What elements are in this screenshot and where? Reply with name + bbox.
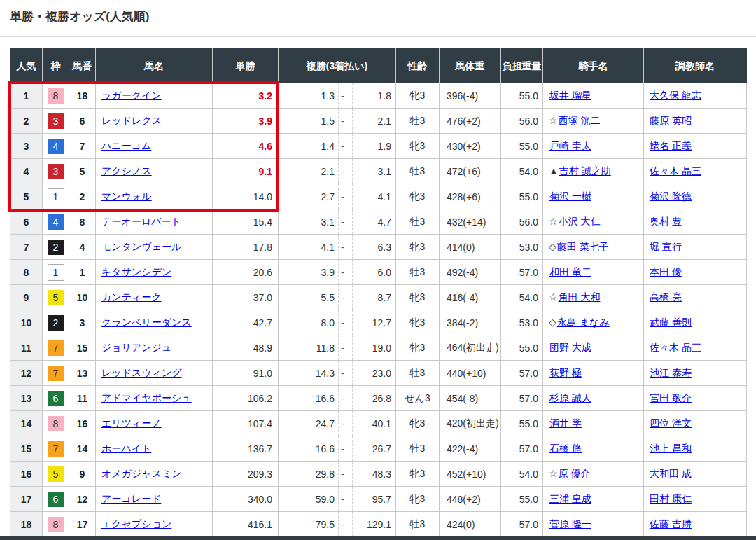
place-odds-separator: -: [338, 184, 353, 209]
jockey-link[interactable]: 杉原 誠人: [550, 392, 592, 403]
header-jockey: 騎手名: [543, 48, 644, 83]
trainer-link[interactable]: 堀 宣行: [650, 241, 682, 252]
horse-name-link[interactable]: ラガークイン: [102, 90, 162, 101]
horse-name-link[interactable]: カンティーク: [102, 291, 162, 303]
jockey-link[interactable]: 西塚 洸二: [559, 115, 601, 126]
trainer-link[interactable]: 佐々木 晶三: [650, 342, 701, 353]
horse-name-link[interactable]: レッドスウィング: [102, 367, 182, 378]
bottom-bar: [0, 536, 756, 540]
jockey-link[interactable]: 藤田 菜七子: [557, 241, 609, 252]
horse-name-link[interactable]: ホーハイト: [102, 443, 151, 454]
trainer-cell: 佐藤 吉勝: [644, 512, 747, 537]
trainer-link[interactable]: 菊沢 隆徳: [650, 191, 692, 202]
impost-cell: 57.0: [501, 436, 543, 462]
frame-badge: 8: [48, 416, 64, 431]
jockey-link[interactable]: 戸崎 圭太: [550, 140, 592, 151]
horse-name-link[interactable]: テーオーロバート: [102, 216, 181, 227]
trainer-link[interactable]: 田村 康仁: [650, 493, 692, 504]
impost-cell: 55.0: [501, 487, 543, 512]
horse-name-link[interactable]: アドマイヤポーシュ: [102, 392, 192, 403]
horse-name-cell: ジョリアンジュ: [96, 335, 213, 361]
table-row: 5 1 2 マンウォル 14.0 2.7 - 4.1 牝3 428(+6) 55…: [10, 184, 747, 209]
horse-name-cell: ホーハイト: [96, 436, 213, 462]
trainer-link[interactable]: 藤原 英昭: [650, 115, 692, 126]
jockey-apprentice-mark: ▲: [549, 165, 559, 176]
trainer-link[interactable]: 奥村 豊: [650, 216, 682, 227]
rank-cell: 13: [10, 386, 43, 411]
horse-name-link[interactable]: ジョリアンジュ: [102, 342, 172, 353]
place-odds-cell: 11.8 - 19.0: [279, 335, 396, 361]
rank-cell: 10: [10, 310, 43, 335]
horse-name-link[interactable]: クランベリーダンス: [102, 317, 192, 328]
trainer-link[interactable]: 池江 泰寿: [650, 367, 692, 378]
trainer-cell: 池江 泰寿: [644, 361, 747, 386]
jockey-link[interactable]: 菊沢 一樹: [550, 191, 592, 202]
place-odds-low: 16.6: [279, 443, 338, 455]
horse-name-link[interactable]: ハニーコム: [102, 140, 151, 151]
jockey-cell: ◇永島 まなみ: [543, 310, 644, 335]
horse-name-link[interactable]: エクセプション: [102, 518, 172, 529]
trainer-link[interactable]: 大久保 龍志: [650, 90, 701, 101]
jockey-link[interactable]: 角田 大和: [559, 291, 601, 303]
sex-age-cell: 牡3: [396, 109, 440, 134]
rank-cell: 9: [10, 285, 43, 310]
trainer-cell: 宮田 敬介: [644, 386, 747, 411]
header-sex-age: 性齢: [396, 48, 440, 83]
horse-name-link[interactable]: モンタンヴェール: [102, 241, 181, 252]
horse-name-link[interactable]: キタサンシデン: [102, 266, 172, 277]
trainer-link[interactable]: 武藤 善則: [650, 317, 692, 328]
trainer-link[interactable]: 大和田 成: [650, 468, 692, 479]
trainer-link[interactable]: 本田 優: [650, 266, 682, 277]
horse-name-link[interactable]: エリツィーノ: [102, 417, 162, 429]
impost-cell: 55.0: [501, 411, 543, 436]
place-odds-high: 3.1: [353, 166, 396, 177]
trainer-cell: 田村 康仁: [644, 487, 747, 512]
jockey-link[interactable]: 団野 大成: [550, 342, 592, 353]
trainer-link[interactable]: 四位 洋文: [650, 417, 692, 429]
horse-name-link[interactable]: オメガジャスミン: [102, 468, 182, 479]
odds-table: 人気 枠 馬番 馬名 単勝 複勝(3着払い) 性齢 馬体重 負担重量 騎手名 調…: [10, 48, 747, 537]
impost-cell: 55.0: [501, 134, 543, 159]
horse-name-link[interactable]: アーコレード: [102, 493, 161, 504]
frame-cell: 4: [43, 134, 69, 159]
win-odds-cell: 416.1: [213, 512, 279, 537]
header-trainer: 調教師名: [644, 48, 747, 83]
jockey-link[interactable]: 石橋 脩: [550, 443, 582, 454]
trainer-link[interactable]: 池上 昌和: [650, 443, 692, 454]
jockey-link[interactable]: 和田 竜二: [550, 266, 592, 277]
jockey-link[interactable]: 坂井 瑠星: [550, 90, 592, 101]
jockey-link[interactable]: 原 優介: [559, 468, 591, 479]
horse-name-cell: アドマイヤポーシュ: [96, 386, 213, 411]
jockey-link[interactable]: 菅原 隆一: [550, 518, 592, 529]
place-odds-separator: -: [338, 335, 353, 360]
win-odds-cell: 4.6: [213, 134, 279, 159]
frame-badge: 1: [48, 188, 64, 205]
trainer-link[interactable]: 佐藤 吉勝: [650, 518, 692, 529]
place-odds-cell: 2.1 - 3.1: [279, 159, 396, 184]
jockey-link[interactable]: 吉村 誠之助: [559, 165, 611, 176]
trainer-link[interactable]: 蛯名 正義: [650, 140, 692, 151]
place-odds-high: 23.0: [353, 368, 396, 379]
frame-cell: 1: [43, 184, 69, 209]
horse-name-link[interactable]: マンウォル: [102, 191, 152, 202]
frame-cell: 1: [43, 260, 69, 285]
sex-age-cell: 牝3: [396, 184, 440, 209]
sex-age-cell: 牝3: [396, 134, 440, 159]
trainer-link[interactable]: 高橋 亮: [650, 291, 682, 303]
jockey-link[interactable]: 三浦 皇成: [550, 493, 592, 504]
horse-name-link[interactable]: レッドレクス: [102, 115, 162, 126]
place-odds-separator: -: [338, 411, 353, 436]
jockey-cell: 石橋 脩: [543, 436, 644, 462]
place-odds-high: 129.1: [353, 519, 396, 530]
jockey-link[interactable]: 荻野 極: [550, 367, 582, 378]
jockey-link[interactable]: 小沢 大仁: [559, 216, 601, 227]
place-odds-high: 2.1: [353, 116, 396, 127]
odds-page: 単勝・複勝オッズ(人気順) 人気 枠 馬番 馬名 単勝 複勝(3着払い) 性齢 …: [0, 0, 756, 540]
jockey-link[interactable]: 酒井 学: [550, 417, 582, 429]
trainer-link[interactable]: 佐々木 晶三: [650, 165, 701, 176]
jockey-cell: ▲吉村 誠之助: [543, 159, 644, 184]
frame-cell: 4: [43, 209, 69, 235]
trainer-link[interactable]: 宮田 敬介: [650, 392, 692, 403]
jockey-link[interactable]: 永島 まなみ: [557, 317, 610, 328]
horse-name-link[interactable]: アクシノス: [102, 165, 152, 176]
